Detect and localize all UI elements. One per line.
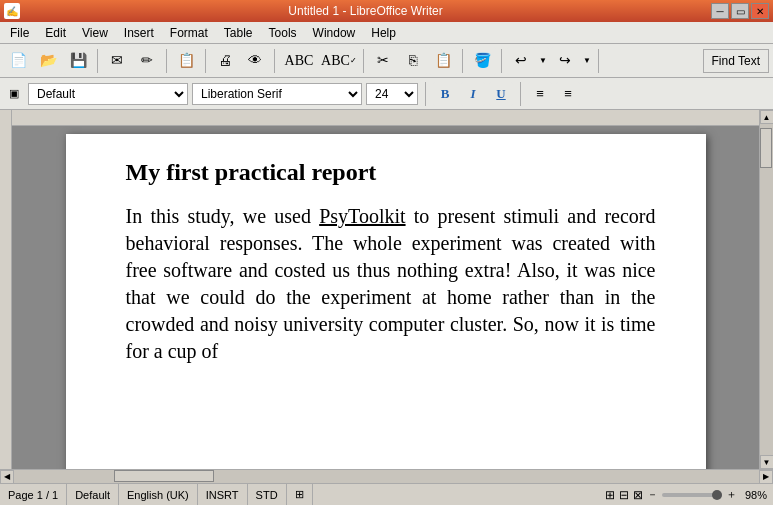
titlebar-left: ✍ bbox=[4, 3, 20, 19]
preview-button[interactable]: 👁 bbox=[241, 47, 269, 75]
paintbucket-button[interactable]: 🪣 bbox=[468, 47, 496, 75]
sep2 bbox=[166, 49, 167, 73]
undo-dropdown[interactable]: ▼ bbox=[537, 47, 549, 75]
word-behavioral: behavioral bbox=[126, 232, 210, 254]
main-area: My first practical report In this study,… bbox=[0, 110, 773, 469]
page-status: Page 1 / 1 bbox=[0, 484, 67, 505]
page-area[interactable]: My first practical report In this study,… bbox=[12, 126, 759, 469]
redo-dropdown[interactable]: ▼ bbox=[581, 47, 593, 75]
macro-indicator: ⊞ bbox=[287, 484, 313, 505]
sep7 bbox=[501, 49, 502, 73]
menu-view[interactable]: View bbox=[74, 24, 116, 42]
zoom-percent: 98% bbox=[741, 489, 767, 501]
autocorrect-button[interactable]: ABC✓ bbox=[320, 47, 358, 75]
style-status: Default bbox=[67, 484, 119, 505]
word-university: university bbox=[283, 313, 363, 335]
toolbar2: ▣ Default Liberation Serif 24 B I U ≡ ≡ bbox=[0, 78, 773, 110]
find-text-button[interactable]: Find Text bbox=[703, 49, 769, 73]
sep6 bbox=[462, 49, 463, 73]
document-title: My first practical report bbox=[126, 158, 656, 187]
print-button[interactable]: 🖨 bbox=[211, 47, 239, 75]
language-status: English (UK) bbox=[119, 484, 198, 505]
font-size-select[interactable]: 24 bbox=[366, 83, 418, 105]
menu-window[interactable]: Window bbox=[305, 24, 364, 42]
word-the2: the bbox=[631, 286, 655, 308]
menu-help[interactable]: Help bbox=[363, 24, 404, 42]
top-ruler bbox=[12, 110, 759, 126]
hscroll-left-button[interactable]: ◀ bbox=[0, 470, 14, 484]
titlebar: ✍ Untitled 1 - LibreOffice Writer ─ ▭ ✕ bbox=[0, 0, 773, 22]
menu-tools[interactable]: Tools bbox=[261, 24, 305, 42]
word-and1: and bbox=[567, 205, 596, 227]
sep5 bbox=[363, 49, 364, 73]
bold-button[interactable]: B bbox=[433, 82, 457, 106]
word-than: than bbox=[560, 286, 594, 308]
word-and2: and bbox=[200, 313, 229, 335]
redo-button[interactable]: ↪ bbox=[551, 47, 579, 75]
pdf-button[interactable]: 📋 bbox=[172, 47, 200, 75]
content-area: My first practical report In this study,… bbox=[12, 110, 759, 469]
insert-mode: INSRT bbox=[198, 484, 248, 505]
menu-format[interactable]: Format bbox=[162, 24, 216, 42]
font-name-select[interactable]: Liberation Serif bbox=[192, 83, 362, 105]
align-right-button[interactable]: ≡ bbox=[556, 82, 580, 106]
save-button[interactable]: 💾 bbox=[64, 47, 92, 75]
zoom-slider[interactable] bbox=[662, 488, 722, 502]
app-icon: ✍ bbox=[4, 3, 20, 19]
cut-button[interactable]: ✂ bbox=[369, 47, 397, 75]
menu-file[interactable]: File bbox=[2, 24, 37, 42]
new-button[interactable]: 📄 bbox=[4, 47, 32, 75]
underline-button[interactable]: U bbox=[489, 82, 513, 106]
scroll-up-button[interactable]: ▲ bbox=[760, 110, 774, 124]
copy-button[interactable]: ⎘ bbox=[399, 47, 427, 75]
italic-button[interactable]: I bbox=[461, 82, 485, 106]
sep-tb2-1 bbox=[425, 82, 426, 106]
scroll-down-button[interactable]: ▼ bbox=[760, 455, 774, 469]
statusbar-right: ⊞ ⊟ ⊠ － ＋ 98% bbox=[605, 487, 773, 502]
word-the1: the bbox=[286, 286, 310, 308]
sep3 bbox=[205, 49, 206, 73]
spellcheck-button[interactable]: ABC bbox=[280, 47, 318, 75]
hscrollbar: ◀ ▶ bbox=[0, 469, 773, 483]
sep8 bbox=[598, 49, 599, 73]
paste-button[interactable]: 📋 bbox=[429, 47, 457, 75]
view-icon2[interactable]: ⊟ bbox=[619, 488, 629, 502]
document-page: My first practical report In this study,… bbox=[66, 134, 706, 469]
select-mode: STD bbox=[248, 484, 287, 505]
document-body: In this study, we used PsyToolkit to pre… bbox=[126, 203, 656, 365]
align-left-button[interactable]: ≡ bbox=[528, 82, 552, 106]
menu-edit[interactable]: Edit bbox=[37, 24, 74, 42]
zoom-in-icon[interactable]: ＋ bbox=[726, 487, 737, 502]
scroll-track[interactable] bbox=[760, 124, 773, 455]
undo-button[interactable]: ↩ bbox=[507, 47, 535, 75]
word-in-this: this bbox=[150, 205, 179, 227]
titlebar-controls: ─ ▭ ✕ bbox=[711, 3, 769, 19]
view-icon3[interactable]: ⊠ bbox=[633, 488, 643, 502]
view-icon1[interactable]: ⊞ bbox=[605, 488, 615, 502]
edit-button[interactable]: ✏ bbox=[133, 47, 161, 75]
close-button[interactable]: ✕ bbox=[751, 3, 769, 19]
toolbar1: 📄 📂 💾 ✉ ✏ 📋 🖨 👁 ABC ABC✓ ✂ ⎘ 📋 🪣 ↩ ▼ ↪ ▼… bbox=[0, 44, 773, 78]
titlebar-title: Untitled 1 - LibreOffice Writer bbox=[20, 4, 711, 18]
minimize-button[interactable]: ─ bbox=[711, 3, 729, 19]
menu-table[interactable]: Table bbox=[216, 24, 261, 42]
statusbar: Page 1 / 1 Default English (UK) INSRT ST… bbox=[0, 483, 773, 505]
menubar: File Edit View Insert Format Table Tools… bbox=[0, 22, 773, 44]
hscroll-track[interactable] bbox=[14, 470, 759, 483]
style-icon: ▣ bbox=[4, 84, 24, 104]
scroll-thumb[interactable] bbox=[760, 128, 772, 168]
right-scrollbar: ▲ ▼ bbox=[759, 110, 773, 469]
sep-tb2-2 bbox=[520, 82, 521, 106]
restore-button[interactable]: ▭ bbox=[731, 3, 749, 19]
sep4 bbox=[274, 49, 275, 73]
zoom-out-icon[interactable]: － bbox=[647, 487, 658, 502]
psytoolkit-link[interactable]: PsyToolkit bbox=[319, 205, 405, 227]
left-ruler bbox=[0, 110, 12, 469]
sep1 bbox=[97, 49, 98, 73]
hscroll-right-button[interactable]: ▶ bbox=[759, 470, 773, 484]
style-select[interactable]: Default bbox=[28, 83, 188, 105]
hscroll-thumb[interactable] bbox=[114, 470, 214, 482]
menu-insert[interactable]: Insert bbox=[116, 24, 162, 42]
email-button[interactable]: ✉ bbox=[103, 47, 131, 75]
open-button[interactable]: 📂 bbox=[34, 47, 62, 75]
